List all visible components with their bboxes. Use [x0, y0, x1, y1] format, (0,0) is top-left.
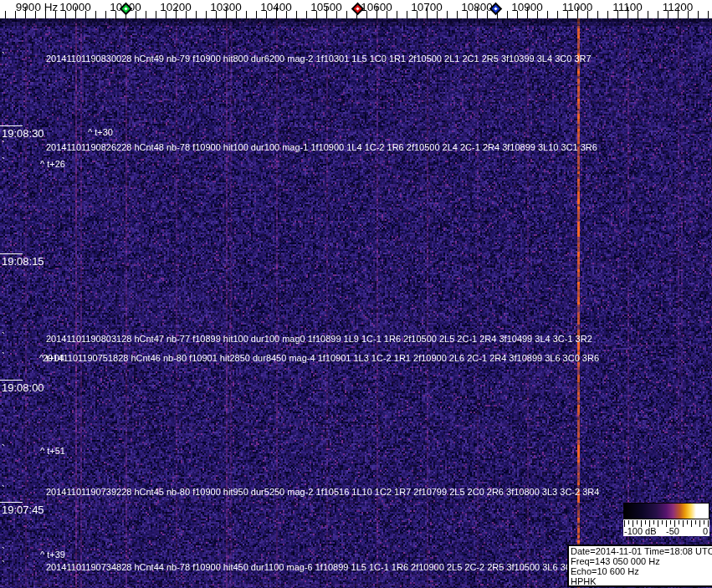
axis-tick-label: 11000: [562, 1, 593, 13]
axis-tick: [397, 11, 397, 18]
axis-tick: [296, 11, 297, 18]
info-line: HPHK: [571, 576, 710, 586]
axis-tick-label: 10800: [461, 1, 493, 13]
axis-tick-label: 11100: [612, 1, 643, 13]
meteor-echo-spectrogram-window: 9900 Hz100001010010200103001040010500106…: [0, 0, 712, 588]
color-scale-labels: -100 dB -50 0: [623, 525, 709, 536]
axis-tick-label: 10500: [310, 1, 342, 13]
axis-tick-label: 10000: [59, 1, 91, 13]
axis-tick-label: 10600: [361, 1, 392, 13]
axis-tick: [447, 11, 448, 18]
axis-tick: [557, 11, 558, 18]
axis-tick: [206, 11, 207, 18]
info-line: Echo=10 600 Hz: [571, 566, 710, 576]
axis-tick: [196, 11, 197, 18]
spectrogram-display[interactable]: [0, 18, 712, 588]
axis-tick-label: 11200: [663, 1, 694, 13]
axis-tick-label: 10300: [210, 1, 242, 13]
axis-tick-label: 10400: [260, 1, 292, 13]
axis-tick: [457, 11, 458, 18]
frequency-ruler: 9900 Hz100001010010200103001040010500106…: [0, 0, 712, 18]
db-color-scale: -100 dB -50 0: [623, 503, 709, 536]
axis-tick: [648, 11, 648, 18]
axis-tick: [146, 11, 146, 18]
axis-tick: [658, 11, 658, 18]
axis-tick-label: 10700: [411, 1, 443, 13]
db-scale-mid-label: -50: [666, 526, 679, 536]
db-scale-min-label: -100 dB: [624, 526, 657, 536]
axis-tick: [407, 11, 407, 18]
info-line: Freq=143 050 000 Hz: [571, 556, 710, 566]
axis-tick: [156, 11, 156, 18]
axis-tick: [105, 11, 106, 18]
axis-tick: [708, 11, 709, 18]
axis-tick: [256, 11, 257, 18]
axis-tick: [547, 11, 548, 18]
axis-tick-label: 9900 Hz: [16, 1, 58, 13]
axis-tick: [597, 11, 598, 18]
status-info-box: Date=2014-11-01 Time=18:08 UTCFreq=143 0…: [567, 545, 712, 587]
axis-tick: [507, 11, 508, 18]
info-line: Date=2014-11-01 Time=18:08 UTC: [571, 546, 710, 556]
axis-tick: [306, 11, 307, 18]
axis-tick: [698, 11, 699, 18]
color-gradient-bar: [623, 503, 709, 519]
axis-tick: [95, 11, 96, 18]
axis-tick-label: 10200: [160, 1, 192, 13]
axis-tick: [5, 11, 6, 18]
axis-tick: [246, 11, 247, 18]
axis-tick-label: 10900: [511, 1, 543, 13]
db-scale-max-label: 0: [703, 526, 708, 536]
axis-tick: [346, 11, 347, 18]
axis-tick: [607, 11, 608, 18]
